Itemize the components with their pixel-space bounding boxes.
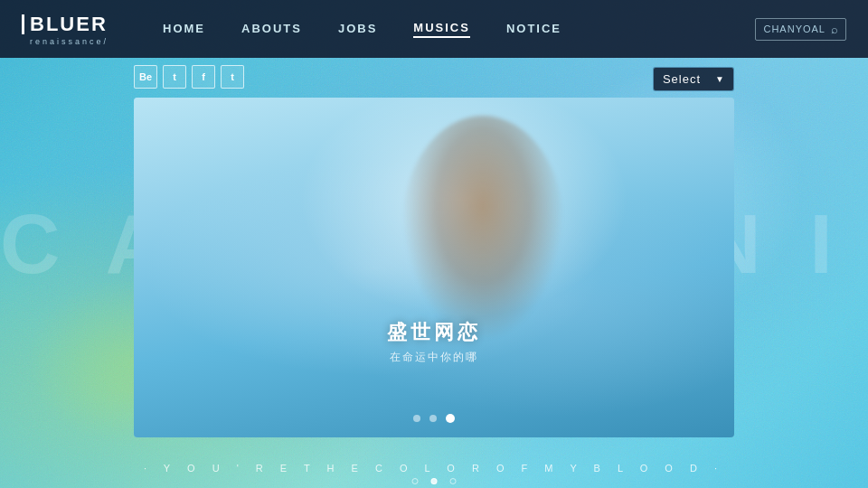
select-label: Select: [663, 72, 701, 86]
bottom-dot-2[interactable]: [431, 478, 438, 484]
card-pagination: [413, 414, 455, 423]
twitter-icon: t: [173, 71, 176, 82]
bottom-dot-3[interactable]: [450, 478, 457, 484]
search-box[interactable]: CHANYOAL ⌕: [755, 18, 846, 41]
nav-home[interactable]: HOME: [163, 22, 205, 37]
nav: HOME ABOUTS JOBS MUSICS NOTICE: [163, 21, 755, 38]
hero-photo-card: 盛世网恋 在命运中你的哪: [134, 98, 734, 437]
card-dot-2[interactable]: [429, 415, 437, 422]
nav-right: CHANYOAL ⌕: [755, 18, 846, 41]
card-sub-cn: 在命运中你的哪: [387, 350, 481, 365]
tumblr-icon: t: [231, 71, 234, 82]
person-silhouette: [401, 116, 564, 342]
search-label: CHANYOAL: [763, 23, 826, 34]
card-title-cn: 盛世网恋: [387, 319, 481, 346]
nav-notice[interactable]: NOTICE: [506, 22, 561, 37]
logo[interactable]: BLUER renaissance/: [22, 13, 108, 46]
bottom-dots: [412, 478, 457, 484]
social-twitter[interactable]: t: [163, 65, 186, 89]
social-facebook[interactable]: f: [192, 65, 215, 89]
header: BLUER renaissance/ HOME ABOUTS JOBS MUSI…: [0, 0, 868, 58]
card-text-overlay: 盛世网恋 在命运中你的哪: [387, 319, 481, 365]
bottom-tagline: · Y O U ' R E T H E C O L O R O F M Y B …: [0, 463, 868, 474]
social-behance[interactable]: Be: [134, 65, 157, 89]
social-row: Be t f t: [134, 65, 244, 89]
bottom-dot-1[interactable]: [412, 478, 419, 484]
logo-text: BLUER: [30, 13, 108, 36]
facebook-icon: f: [202, 71, 205, 82]
nav-jobs[interactable]: JOBS: [338, 22, 377, 37]
social-tumblr[interactable]: t: [221, 65, 244, 89]
logo-sub: renaissance/: [22, 37, 108, 46]
search-icon: ⌕: [831, 23, 838, 36]
card-dot-1[interactable]: [413, 415, 420, 422]
select-dropdown[interactable]: Select ▼: [653, 67, 734, 91]
logo-main: BLUER: [22, 13, 108, 36]
card-dot-3[interactable]: [446, 414, 455, 423]
nav-abouts[interactable]: ABOUTS: [241, 22, 302, 37]
chevron-down-icon: ▼: [715, 74, 724, 84]
behance-icon: Be: [139, 71, 152, 82]
logo-bar-icon: [22, 14, 24, 34]
nav-musics[interactable]: MUSICS: [413, 21, 470, 38]
